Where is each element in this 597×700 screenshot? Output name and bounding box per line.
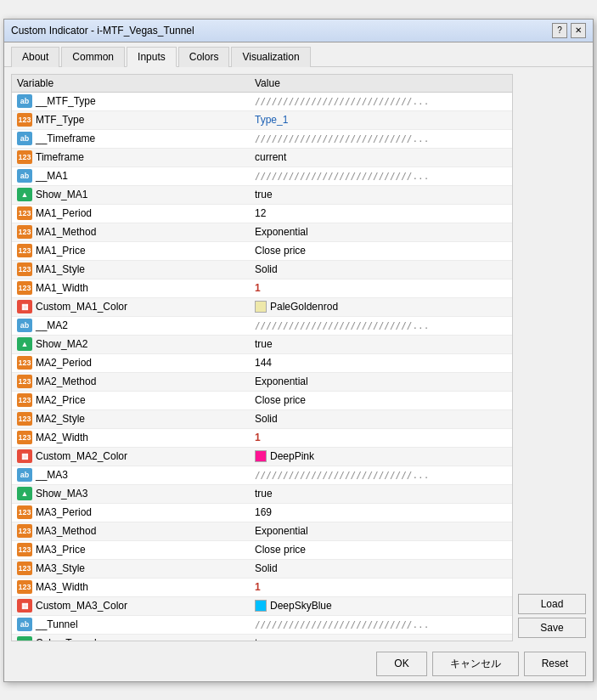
text-value: Solid [255, 263, 278, 275]
slash-value: ////////////////////////////... [255, 171, 429, 182]
table-row[interactable]: 123MA1_PriceClose price [12, 241, 512, 260]
tab-common[interactable]: Common [61, 47, 125, 67]
value-cell[interactable]: true [250, 335, 512, 353]
value-cell[interactable]: ////////////////////////////... [250, 129, 512, 148]
value-cell[interactable]: Close price [250, 540, 512, 559]
value-cell[interactable]: 1 [250, 279, 512, 297]
var-name: Custom_MA3_Color [36, 600, 127, 612]
save-button[interactable]: Save [518, 618, 586, 638]
type-icon: ab [17, 468, 32, 482]
slash-value: ////////////////////////////... [255, 320, 429, 331]
value-cell[interactable]: ////////////////////////////... [250, 615, 512, 634]
value-cell[interactable]: DeepSkyBlue [250, 596, 512, 615]
table-row[interactable]: ▲Show_MA2true [12, 335, 512, 353]
tab-about[interactable]: About [11, 47, 59, 67]
value-cell[interactable]: true [250, 185, 512, 204]
table-row[interactable]: 123MA2_PriceClose price [12, 391, 512, 409]
value-cell[interactable]: ////////////////////////////... [250, 167, 512, 185]
ok-button[interactable]: OK [376, 652, 426, 676]
reset-button[interactable]: Reset [524, 652, 586, 676]
var-cell: 123MA3_Price [12, 540, 250, 559]
table-row[interactable]: ab__MA3////////////////////////////... [12, 466, 512, 484]
value-cell[interactable]: ////////////////////////////... [250, 92, 512, 110]
table-row[interactable]: 123MA2_StyleSolid [12, 409, 512, 428]
tab-inputs[interactable]: Inputs [127, 47, 177, 67]
tab-colors[interactable]: Colors [178, 47, 230, 67]
value-cell[interactable]: Solid [250, 409, 512, 428]
value-cell[interactable]: current [250, 148, 512, 167]
close-button[interactable]: ✕ [571, 23, 586, 38]
var-cell: ab__Tunnel [12, 615, 250, 634]
table-row[interactable]: ▦Custom_MA2_ColorDeepPink [12, 447, 512, 466]
value-cell[interactable]: ////////////////////////////... [250, 466, 512, 484]
table-row[interactable]: 123MA3_Period169 [12, 503, 512, 522]
cancel-button[interactable]: キャンセル [432, 652, 519, 676]
value-cell[interactable]: Close price [250, 391, 512, 409]
value-cell[interactable]: 169 [250, 503, 512, 522]
table-row[interactable]: 123MA1_StyleSolid [12, 260, 512, 279]
type-icon: ab [17, 319, 32, 332]
type-icon: 123 [17, 262, 32, 276]
var-cell: ab__MA3 [12, 466, 250, 484]
table-row[interactable]: ▦Custom_MA3_ColorDeepSkyBlue [12, 596, 512, 615]
value-cell[interactable]: 1 [250, 578, 512, 596]
table-row[interactable]: ab__MTF_Type////////////////////////////… [12, 92, 512, 110]
table-row[interactable]: 123MA3_StyleSolid [12, 559, 512, 578]
type-icon: 123 [17, 524, 32, 538]
table-row[interactable]: ▦Custom_MA1_ColorPaleGoldenrod [12, 297, 512, 316]
value-cell[interactable]: Solid [250, 559, 512, 578]
load-button[interactable]: Load [518, 594, 586, 614]
value-cell[interactable]: 1 [250, 428, 512, 447]
var-cell: 123MA1_Style [12, 260, 250, 279]
type-icon: 123 [17, 375, 32, 388]
table-row[interactable]: ▲Show_MA3true [12, 484, 512, 503]
table-row[interactable]: 123MA3_PriceClose price [12, 540, 512, 559]
value-cell[interactable]: 144 [250, 353, 512, 372]
value-cell[interactable]: Exponential [250, 223, 512, 241]
table-row[interactable]: 123MA3_Width1 [12, 578, 512, 596]
table-row[interactable]: ab__MA2////////////////////////////... [12, 316, 512, 335]
text-value: true [255, 338, 273, 350]
value-cell[interactable]: true [250, 484, 512, 503]
var-name: MA2_Period [36, 357, 92, 369]
variables-table-container[interactable]: Variable Value ab__MTF_Type/////////////… [11, 74, 513, 641]
table-row[interactable]: 123Timeframecurrent [12, 148, 512, 167]
var-name: MA2_Method [36, 375, 96, 387]
table-row[interactable]: 123MA1_Width1 [12, 279, 512, 297]
type-icon: ▲ [17, 636, 32, 641]
table-row[interactable]: 123MA3_MethodExponential [12, 522, 512, 540]
color-name: DeepPink [270, 450, 314, 462]
table-row[interactable]: 123MA2_Width1 [12, 428, 512, 447]
var-name: MTF_Type [36, 114, 84, 126]
var-cell: ▦Custom_MA1_Color [12, 297, 250, 316]
table-row[interactable]: ab__Timeframe///////////////////////////… [12, 129, 512, 148]
help-button[interactable]: ? [552, 23, 567, 38]
value-cell[interactable]: true [250, 634, 512, 641]
table-row[interactable]: 123MTF_TypeType_1 [12, 110, 512, 129]
table-row[interactable]: ▲Show_MA1true [12, 185, 512, 204]
value-cell[interactable]: PaleGoldenrod [250, 297, 512, 316]
table-wrapper: Variable Value ab__MTF_Type/////////////… [11, 74, 586, 641]
value-cell[interactable]: Close price [250, 241, 512, 260]
value-cell[interactable]: 12 [250, 204, 512, 223]
table-row[interactable]: 123MA1_Period12 [12, 204, 512, 223]
value-cell[interactable]: Exponential [250, 522, 512, 540]
value-cell[interactable]: ////////////////////////////... [250, 316, 512, 335]
table-row[interactable]: ab__Tunnel////////////////////////////..… [12, 615, 512, 634]
var-name: __MA3 [36, 469, 68, 481]
table-row[interactable]: 123MA2_MethodExponential [12, 372, 512, 391]
value-cell[interactable]: Exponential [250, 372, 512, 391]
var-cell: 123MA3_Width [12, 578, 250, 596]
value-cell[interactable]: DeepPink [250, 447, 512, 466]
type-icon: ab [17, 94, 32, 108]
value-cell[interactable]: Type_1 [250, 110, 512, 129]
table-row[interactable]: 123MA1_MethodExponential [12, 223, 512, 241]
table-row[interactable]: ab__MA1////////////////////////////... [12, 167, 512, 185]
var-cell: ab__MA1 [12, 167, 250, 185]
tab-visualization[interactable]: Visualization [231, 47, 310, 67]
text-value: true [255, 189, 273, 200]
value-cell[interactable]: Solid [250, 260, 512, 279]
table-row[interactable]: ▲Color_Tunneltrue [12, 634, 512, 641]
table-row[interactable]: 123MA2_Period144 [12, 353, 512, 372]
text-value: Solid [255, 413, 278, 425]
